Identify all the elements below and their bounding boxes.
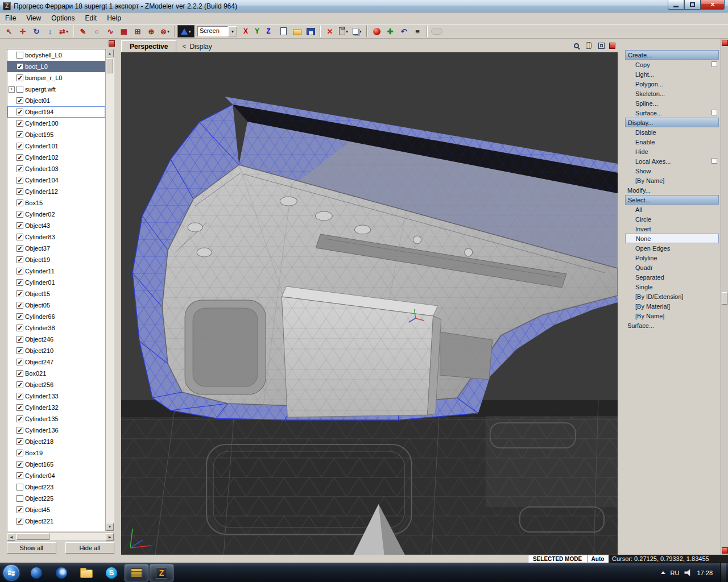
- object-visibility-checkbox[interactable]: ✓: [16, 302, 23, 309]
- scroll-right-icon[interactable]: ▶: [106, 533, 114, 541]
- start-button[interactable]: [3, 565, 19, 581]
- command-separated[interactable]: Separated: [625, 272, 719, 282]
- object-list-item[interactable]: ✓Object256: [7, 379, 105, 390]
- object-list-item[interactable]: ✓Object194: [7, 106, 105, 118]
- object-visibility-checkbox[interactable]: ✓: [16, 347, 23, 354]
- object-visibility-checkbox[interactable]: ✓: [16, 290, 23, 297]
- command-surface[interactable]: Surface...: [625, 108, 719, 118]
- object-list-item[interactable]: ✓Object210: [7, 345, 105, 356]
- object-visibility-checkbox[interactable]: ✓: [16, 415, 23, 422]
- object-list-item[interactable]: ✓Cylinder04: [7, 470, 105, 481]
- language-indicator[interactable]: RU: [671, 569, 680, 576]
- object-visibility-checkbox[interactable]: ✓: [16, 381, 23, 388]
- object-visibility-checkbox[interactable]: ✓: [16, 404, 23, 411]
- object-visibility-checkbox[interactable]: ✓: [16, 234, 23, 240]
- command-single[interactable]: Single: [625, 282, 719, 292]
- object-list-vscrollbar[interactable]: ▲ ▼: [105, 49, 114, 531]
- command-surface[interactable]: Surface...: [625, 321, 719, 330]
- add-object-button[interactable]: ✚: [383, 25, 397, 38]
- vscroll-track[interactable]: [106, 57, 114, 523]
- paste-button[interactable]: ▾: [337, 25, 350, 38]
- object-list-item[interactable]: ✓Object218: [7, 436, 105, 447]
- hscroll-thumb[interactable]: [16, 533, 49, 540]
- show-all-button[interactable]: Show all: [7, 542, 56, 554]
- command-circle[interactable]: Circle: [625, 214, 719, 224]
- viewport-canvas[interactable]: [121, 52, 618, 555]
- axis-toggle-z[interactable]: Z: [263, 25, 274, 38]
- object-visibility-checkbox[interactable]: [16, 495, 23, 502]
- command-create[interactable]: Create...: [625, 50, 719, 60]
- spline-tool[interactable]: ∿: [104, 25, 117, 38]
- command-skeleton[interactable]: Skeleton...: [625, 89, 719, 98]
- viewport-tab-perspective[interactable]: Perspective: [121, 40, 176, 52]
- mirror-tool[interactable]: ⇄▾: [57, 25, 71, 38]
- scroll-up-icon[interactable]: ▲: [106, 49, 114, 57]
- command-open-edges[interactable]: Open Edges: [625, 243, 719, 253]
- object-visibility-checkbox[interactable]: ✓: [16, 393, 23, 400]
- vscroll-thumb[interactable]: [106, 59, 113, 73]
- maximize-button[interactable]: [684, 0, 701, 10]
- command-none[interactable]: None: [625, 234, 719, 243]
- object-list-item[interactable]: ✓Cylinder136: [7, 425, 105, 436]
- object-list-item[interactable]: ✓Cylinder100: [7, 118, 105, 129]
- object-visibility-checkbox[interactable]: ✓: [16, 438, 23, 445]
- menu-item-file[interactable]: File: [0, 13, 21, 23]
- object-list-item[interactable]: ✓Cylinder38: [7, 322, 105, 334]
- object-list-item[interactable]: ✓Box021: [7, 368, 105, 379]
- command-by-material[interactable]: [By Material]: [625, 301, 719, 311]
- command-panel-scroll-thumb[interactable]: [722, 292, 727, 305]
- object-list-item[interactable]: ✓Object246: [7, 334, 105, 345]
- object-visibility-checkbox[interactable]: ✓: [16, 518, 23, 525]
- taskbar-app-browser-2[interactable]: [49, 564, 73, 581]
- object-visibility-checkbox[interactable]: ✓: [16, 199, 23, 206]
- command-modify[interactable]: Modify...: [625, 185, 719, 195]
- menu-item-edit[interactable]: Edit: [80, 13, 102, 23]
- undo-button[interactable]: ↶: [397, 25, 411, 38]
- command-panel-bottom-icon[interactable]: [722, 547, 728, 554]
- object-list-item[interactable]: ✓Object195: [7, 129, 105, 140]
- new-file-button[interactable]: [276, 25, 290, 38]
- weld-tool[interactable]: ⊕: [144, 25, 158, 38]
- command-panel-scrollbar[interactable]: [721, 39, 728, 555]
- maximize-view-icon[interactable]: [597, 41, 606, 50]
- status-auto[interactable]: Auto: [587, 555, 609, 563]
- object-list-item[interactable]: ✓Cylinder11: [7, 265, 105, 277]
- show-desktop-button[interactable]: [720, 563, 726, 582]
- minimize-button[interactable]: [668, 0, 684, 10]
- object-list-item[interactable]: Object225: [7, 493, 105, 504]
- command-show[interactable]: Show: [625, 166, 719, 176]
- object-visibility-checkbox[interactable]: ✓: [16, 450, 23, 456]
- object-list-item[interactable]: Object223: [7, 481, 105, 493]
- pan-hand-icon[interactable]: [584, 41, 593, 50]
- object-visibility-checkbox[interactable]: ✓: [16, 177, 23, 184]
- object-visibility-checkbox[interactable]: ✓: [16, 461, 23, 468]
- command-by-id-extension[interactable]: [By ID/Extension]: [625, 292, 719, 301]
- command-spline[interactable]: Spline...: [625, 98, 719, 108]
- command-checkbox[interactable]: [712, 158, 717, 164]
- taskbar-app-browser-1[interactable]: [24, 564, 48, 581]
- menu-item-view[interactable]: View: [21, 13, 46, 23]
- object-visibility-checkbox[interactable]: ✓: [16, 188, 23, 195]
- expand-icon[interactable]: +: [9, 86, 15, 93]
- command-invert[interactable]: Invert: [625, 224, 719, 234]
- object-list-item[interactable]: ✓Cylinder132: [7, 402, 105, 413]
- object-visibility-checkbox[interactable]: ✓: [16, 222, 23, 229]
- object-visibility-checkbox[interactable]: [16, 484, 23, 490]
- viewport-close-icon[interactable]: [609, 43, 615, 49]
- object-list-item[interactable]: ✓Object45: [7, 504, 105, 516]
- object-visibility-checkbox[interactable]: ✓: [16, 268, 23, 275]
- polyline-tool[interactable]: ✎: [76, 25, 90, 38]
- menu-item-help[interactable]: Help: [102, 13, 126, 23]
- object-list-item[interactable]: ✓bumper_r_L0: [7, 72, 105, 84]
- extrude-tool[interactable]: ⊞: [131, 25, 144, 38]
- object-visibility-checkbox[interactable]: ✓: [16, 313, 23, 320]
- material-editor-button[interactable]: [370, 25, 383, 38]
- log-button[interactable]: ≡: [411, 25, 424, 38]
- command-enable[interactable]: Enable: [625, 137, 719, 147]
- scale-tool[interactable]: ↕: [43, 25, 57, 38]
- object-list-item[interactable]: ✓Cylinder135: [7, 413, 105, 425]
- object-visibility-checkbox[interactable]: ✓: [16, 131, 23, 138]
- object-list-item[interactable]: ✓Object01: [7, 95, 105, 106]
- hide-all-button[interactable]: Hide all: [65, 542, 115, 554]
- command-copy[interactable]: Copy: [625, 60, 719, 69]
